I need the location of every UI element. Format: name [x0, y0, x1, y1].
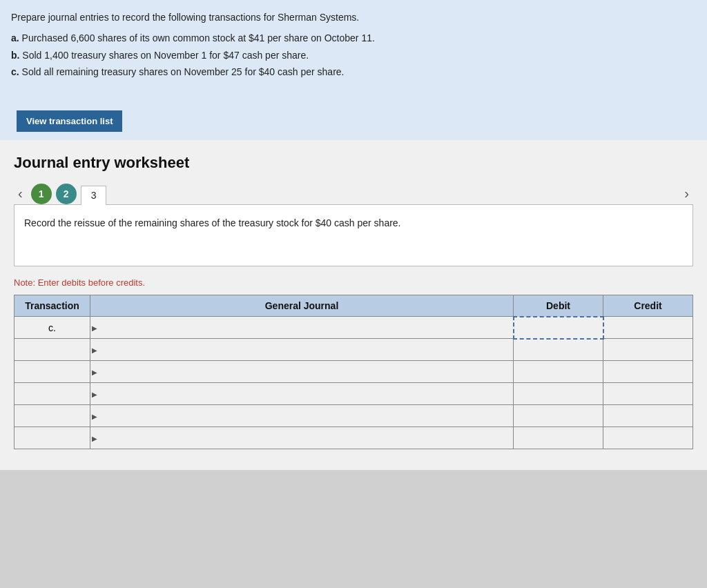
transaction-cell-2	[14, 339, 90, 361]
table-header-row: Transaction General Journal Debit Credit	[14, 295, 693, 317]
general-journal-cell-4[interactable]	[90, 383, 514, 405]
credit-cell-3[interactable]	[603, 361, 693, 383]
credit-input-3[interactable]	[603, 361, 693, 382]
credit-input-6[interactable]	[603, 427, 693, 449]
prev-tab-arrow[interactable]: ‹	[14, 183, 27, 204]
table-row	[14, 427, 693, 449]
debit-cell-2[interactable]	[514, 339, 603, 361]
credit-input-1[interactable]	[604, 317, 693, 338]
debit-cell-6[interactable]	[514, 427, 603, 449]
tab-content-box: Record the reissue of the remaining shar…	[14, 204, 693, 266]
tab-2[interactable]: 2	[56, 184, 77, 204]
general-journal-input-3[interactable]	[90, 361, 513, 382]
general-journal-input-2[interactable]	[90, 339, 513, 360]
general-journal-cell-6[interactable]	[90, 427, 514, 449]
debit-input-4[interactable]	[514, 383, 603, 404]
credit-input-4[interactable]	[603, 383, 693, 404]
debit-input-3[interactable]	[514, 361, 603, 382]
transaction-cell-4	[14, 383, 90, 405]
transaction-c: c. Sold all remaining treasury shares on…	[11, 64, 696, 79]
debit-input-6[interactable]	[514, 427, 603, 449]
tab-1[interactable]: 1	[31, 184, 52, 204]
problem-section: Prepare journal entries to record the fo…	[0, 0, 707, 92]
header-credit: Credit	[603, 295, 693, 317]
next-tab-arrow[interactable]: ›	[680, 183, 693, 204]
general-journal-input-1[interactable]	[90, 317, 513, 338]
general-journal-input-5[interactable]	[90, 405, 513, 427]
note-text: Note: Enter debits before credits.	[14, 277, 693, 288]
header-general-journal: General Journal	[90, 295, 514, 317]
table-row	[14, 361, 693, 383]
worksheet-title: Journal entry worksheet	[14, 154, 693, 172]
label-b: b.	[11, 50, 19, 61]
table-row	[14, 383, 693, 405]
transaction-a: a. Purchased 6,600 shares of its own com…	[11, 30, 696, 46]
debit-cell-1[interactable]	[514, 317, 603, 339]
general-journal-cell-1[interactable]	[90, 317, 514, 339]
transaction-cell-6	[14, 427, 90, 449]
debit-cell-3[interactable]	[514, 361, 603, 383]
tab-description: Record the reissue of the remaining shar…	[24, 217, 401, 228]
transaction-label-1: c.	[48, 322, 56, 333]
debit-cell-5[interactable]	[514, 405, 603, 427]
transaction-cell-1: c.	[14, 317, 90, 339]
debit-input-1[interactable]	[514, 317, 603, 338]
credit-cell-6[interactable]	[603, 427, 693, 449]
journal-table: Transaction General Journal Debit Credit…	[14, 295, 693, 450]
general-journal-cell-2[interactable]	[90, 339, 514, 361]
credit-input-2[interactable]	[603, 339, 693, 360]
table-row	[14, 339, 693, 361]
label-a: a.	[11, 32, 19, 43]
general-journal-input-6[interactable]	[90, 427, 513, 449]
credit-cell-5[interactable]	[603, 405, 693, 427]
problem-intro: Prepare journal entries to record the fo…	[11, 10, 696, 25]
table-row: c.	[14, 317, 693, 339]
transaction-b: b. Sold 1,400 treasury shares on Novembe…	[11, 48, 696, 63]
tabs-row: ‹ 1 2 3 ›	[14, 183, 693, 204]
credit-input-5[interactable]	[603, 405, 693, 427]
credit-cell-1[interactable]	[603, 317, 693, 339]
worksheet-container: Journal entry worksheet ‹ 1 2 3 › Record…	[0, 140, 707, 471]
debit-input-5[interactable]	[514, 405, 603, 427]
view-transaction-button[interactable]: View transaction list	[17, 110, 122, 132]
general-journal-cell-5[interactable]	[90, 405, 514, 427]
debit-cell-4[interactable]	[514, 383, 603, 405]
credit-cell-4[interactable]	[603, 383, 693, 405]
general-journal-input-4[interactable]	[90, 383, 513, 404]
credit-cell-2[interactable]	[603, 339, 693, 361]
label-c: c.	[11, 66, 19, 77]
transaction-cell-3	[14, 361, 90, 383]
transaction-list: a. Purchased 6,600 shares of its own com…	[11, 30, 696, 79]
header-debit: Debit	[514, 295, 603, 317]
debit-input-2[interactable]	[514, 340, 603, 361]
button-bar: View transaction list	[0, 92, 707, 140]
table-row	[14, 405, 693, 427]
tab-3-active[interactable]: 3	[81, 186, 107, 205]
general-journal-cell-3[interactable]	[90, 361, 514, 383]
header-transaction: Transaction	[14, 295, 90, 317]
transaction-cell-5	[14, 405, 90, 427]
